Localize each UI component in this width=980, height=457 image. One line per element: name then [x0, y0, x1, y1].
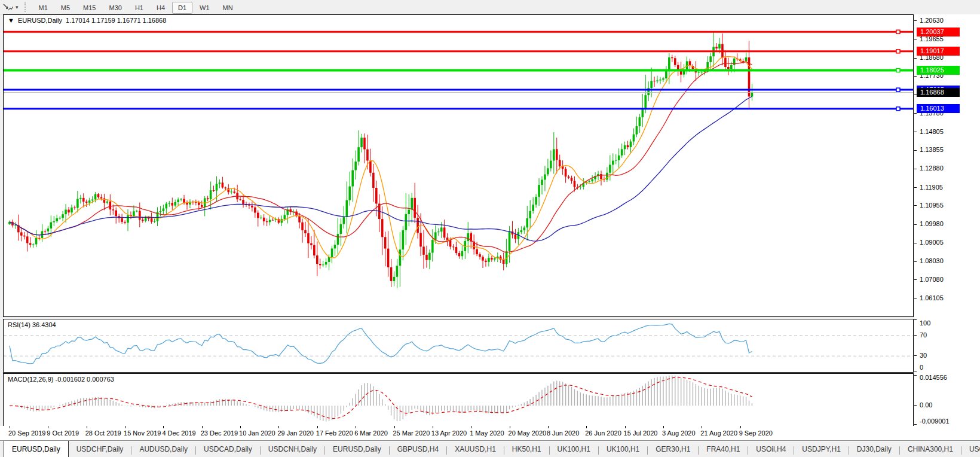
- macd-tick-label: -0.009001: [920, 418, 950, 425]
- chart-tab-4-USDCNH-Daily[interactable]: USDCNH,Daily: [261, 443, 324, 453]
- time-tick-label: 9 Oct 2019: [47, 429, 79, 437]
- price-tick: [914, 169, 917, 169]
- chart-tab-9-UK100-H1[interactable]: UK100,H1: [550, 443, 598, 453]
- time-tick: [586, 426, 587, 428]
- current-price-badge: 1.16868: [917, 88, 960, 97]
- price-tick-label: 1.07080: [920, 276, 944, 283]
- timeframe-button-M5[interactable]: M5: [55, 2, 76, 14]
- price-tick-label: 1.12880: [920, 164, 944, 172]
- time-tick-label: 9 Sep 2020: [739, 429, 773, 437]
- macd-panel[interactable]: MACD(12,26,9) -0.001602 0.000763: [3, 373, 914, 426]
- time-tick: [48, 426, 48, 428]
- rsi-tick-label: 70: [920, 331, 927, 339]
- chart-tab-13-USOil-H4[interactable]: USOil,H4: [748, 443, 794, 453]
- price-tick-label: 1.13855: [920, 146, 944, 153]
- collapse-caret-icon[interactable]: ▼: [8, 17, 14, 24]
- chart-tab-5-EURUSD-Daily[interactable]: EURUSD,Daily: [325, 443, 389, 453]
- time-tick-label: 29 Jan 2020: [277, 429, 314, 437]
- chart-tab-2-AUDUSD-Daily[interactable]: AUDUSD,Daily: [131, 443, 195, 453]
- macd-plot[interactable]: [4, 374, 913, 426]
- rsi-tick-label: 30: [920, 352, 927, 359]
- macd-tick: [914, 405, 917, 406]
- time-axis[interactable]: 20 Sep 20199 Oct 201928 Oct 201915 Nov 2…: [0, 426, 980, 440]
- timeframe-button-MN[interactable]: MN: [217, 2, 239, 14]
- timeframe-button-H4[interactable]: H4: [151, 2, 171, 14]
- chart-tab-1-USDCHF-Daily[interactable]: USDCHF,Daily: [69, 443, 131, 453]
- chart-title-ohlc: 1.17014 1.17159 1.16771 1.16868: [66, 17, 166, 24]
- time-tick-label: 8 Jun 2020: [547, 429, 579, 437]
- time-tick-label: 3 Aug 2020: [662, 429, 696, 437]
- time-tick-label: 20 May 2020: [509, 429, 547, 437]
- chart-tab-12-FRA40-H1[interactable]: FRA40,H1: [699, 443, 748, 453]
- time-tick-label: 15 Nov 2019: [124, 429, 161, 437]
- line-studies-dropdown-icon[interactable]: ▾: [14, 4, 22, 10]
- price-tick: [914, 205, 917, 206]
- price-tick: [914, 39, 917, 39]
- main-chart-panel[interactable]: ▼ EURUSD,Daily 1.17014 1.17159 1.16771 1…: [3, 14, 914, 317]
- candlestick-plot[interactable]: [4, 15, 913, 316]
- rsi-axis[interactable]: 10070300: [914, 319, 980, 371]
- time-tick: [433, 426, 433, 428]
- price-tick: [914, 279, 917, 280]
- chart-tab-10-UK100-H1[interactable]: UK100,H1: [599, 443, 647, 453]
- price-tick-label: 1.08030: [920, 257, 944, 264]
- chart-tab-6-GBPUSD-H4[interactable]: GBPUSD,H4: [390, 443, 446, 453]
- time-tick: [548, 426, 549, 428]
- chart-tab-14-USDJPY-H1[interactable]: USDJPY,H1: [794, 443, 848, 453]
- time-tick-label: 1 May 2020: [470, 429, 504, 437]
- price-tick: [914, 298, 917, 298]
- time-tick: [278, 426, 279, 428]
- price-tick: [914, 261, 917, 262]
- timeframe-button-M1[interactable]: M1: [33, 2, 54, 14]
- line-studies-icon[interactable]: [0, 2, 14, 12]
- price-tick-label: 1.09980: [920, 220, 944, 227]
- hline-price-badge: 1.19017: [917, 47, 960, 56]
- chart-tab-0-EURUSD-Daily[interactable]: EURUSD,Daily: [4, 440, 69, 457]
- macd-tick-label: 0.00: [920, 401, 932, 409]
- rsi-plot[interactable]: [4, 319, 913, 372]
- chart-tab-15-DJ30-Daily[interactable]: DJ30,Daily: [849, 443, 899, 453]
- time-tick: [394, 426, 395, 428]
- price-tick: [914, 76, 917, 77]
- rsi-tick: [914, 319, 917, 320]
- price-tick: [914, 58, 917, 59]
- time-tick: [471, 426, 471, 428]
- timeframe-button-D1[interactable]: D1: [172, 2, 192, 14]
- time-tick: [87, 426, 87, 428]
- hline-price-badge: 1.18025: [917, 66, 960, 75]
- time-tick-label: 15 Jul 2020: [624, 429, 658, 437]
- price-tick-label: 1.20630: [920, 17, 944, 24]
- price-axis-main[interactable]: 1.206301.196551.186801.177301.167551.157…: [914, 14, 980, 317]
- price-tick-label: 1.14805: [920, 128, 944, 135]
- macd-tick-label: 0.014556: [920, 374, 947, 381]
- price-tick-label: 1.19655: [920, 35, 944, 42]
- price-tick: [914, 113, 917, 114]
- timeframe-button-M30[interactable]: M30: [103, 2, 128, 14]
- macd-axis[interactable]: 0.0145560.00-0.009001: [914, 373, 980, 425]
- time-tick: [663, 426, 664, 428]
- rsi-tick-label: 0: [920, 364, 923, 371]
- timeframe-button-M15[interactable]: M15: [77, 2, 102, 14]
- chart-tab-11-GER30-H1[interactable]: GER30,H1: [648, 443, 698, 453]
- timeframe-button-W1[interactable]: W1: [194, 2, 216, 14]
- time-tick-label: 10 Jan 2020: [239, 429, 275, 437]
- chart-tab-7-XAUUSD-H1[interactable]: XAUUSD,H1: [447, 443, 504, 453]
- hline-price-badge: 1.16013: [917, 104, 960, 113]
- chart-tab-3-USDCAD-Daily[interactable]: USDCAD,Daily: [196, 443, 260, 453]
- ma-fast-line: [10, 56, 752, 260]
- rsi-label: RSI(14) 36.4304: [8, 321, 56, 328]
- chart-tab-17-USOil-H1[interactable]: USOil,H1: [961, 443, 980, 453]
- price-tick-label: 1.11905: [920, 184, 943, 191]
- rsi-tick: [914, 335, 917, 336]
- timeframe-button-H1[interactable]: H1: [129, 2, 149, 14]
- macd-tick: [914, 375, 917, 376]
- trading-terminal-window: ▾ M1M5M15M30H1H4D1W1MN ▼ EURUSD,Daily 1.…: [0, 0, 980, 457]
- chart-tab-16-CHINA300-H1[interactable]: CHINA300,H1: [900, 443, 961, 453]
- toolbar-grip[interactable]: [24, 2, 27, 12]
- chart-tab-8-HK50-H1[interactable]: HK50,H1: [504, 443, 549, 453]
- time-tick-label: 4 Dec 2019: [162, 429, 195, 437]
- rsi-line: [10, 324, 752, 364]
- price-tick: [914, 224, 917, 225]
- time-tick: [10, 426, 10, 428]
- rsi-panel[interactable]: RSI(14) 36.4304: [3, 319, 914, 373]
